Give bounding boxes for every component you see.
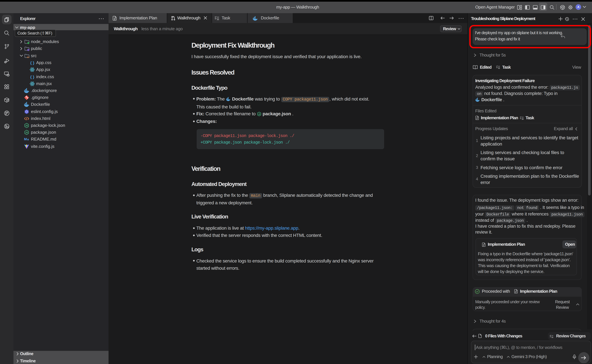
svg-text:M: M <box>24 137 27 141</box>
svg-text:JS: JS <box>258 113 260 115</box>
svg-text:JS: JS <box>25 124 28 127</box>
svg-text:JS: JS <box>25 131 28 134</box>
